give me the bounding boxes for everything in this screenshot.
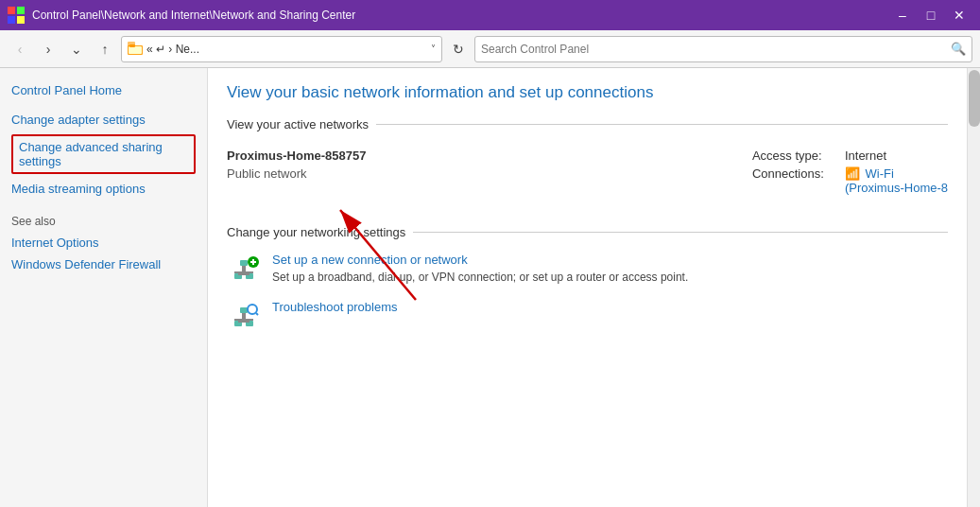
svg-rect-17 (252, 259, 254, 265)
up-button[interactable]: ↑ (93, 37, 117, 61)
wifi-signal-icon: 📶 (845, 166, 860, 181)
network-name: Proximus-Home-858757 (227, 149, 714, 163)
sidebar-media-streaming[interactable]: Media streaming options (11, 182, 196, 196)
app-icon (8, 7, 25, 24)
svg-rect-20 (240, 307, 248, 313)
setup-connection-desc: Set up a broadband, dial-up, or VPN conn… (272, 270, 688, 286)
content-area: View your basic network information and … (208, 68, 967, 507)
svg-rect-22 (238, 321, 249, 323)
refresh-button[interactable]: ↻ (446, 37, 471, 61)
connections-label: Connections: (752, 166, 837, 181)
search-input[interactable] (481, 43, 947, 56)
setup-connection-text: Set up a new connection or network Set u… (272, 253, 688, 286)
svg-rect-3 (17, 16, 25, 24)
sidebar-change-adapter[interactable]: Change adapter settings (11, 113, 196, 127)
close-button[interactable]: ✕ (946, 6, 972, 25)
connections-row: Connections: 📶 Wi-Fi (Proximus-Home-8 (752, 166, 948, 195)
network-info-right: Access type: Internet Connections: 📶 Wi-… (752, 149, 948, 199)
troubleshoot-icon (227, 300, 261, 334)
svg-rect-12 (238, 273, 249, 275)
svg-rect-7 (129, 44, 135, 47)
page-title: View your basic network information and … (227, 83, 948, 102)
troubleshoot-text: Troubleshoot problems (272, 300, 397, 317)
main-layout: Control Panel Home Change adapter settin… (0, 68, 980, 507)
svg-rect-2 (8, 16, 15, 24)
svg-rect-24 (246, 319, 253, 321)
svg-rect-23 (234, 319, 242, 321)
active-networks-header: View your active networks (227, 117, 948, 131)
svg-rect-1 (17, 7, 25, 14)
troubleshoot-item: Troubleshoot problems (227, 300, 948, 334)
sidebar-internet-options[interactable]: Internet Options (11, 236, 196, 250)
address-text: « ↵ › Ne... (146, 43, 427, 56)
maximize-button[interactable]: □ (918, 6, 944, 25)
networking-settings-header: Change your networking settings (227, 225, 948, 239)
search-icon: 🔍 (951, 42, 966, 56)
minimize-button[interactable]: – (889, 6, 916, 25)
back-button[interactable]: ‹ (8, 37, 32, 61)
svg-point-25 (248, 305, 257, 314)
title-bar-buttons: – □ ✕ (889, 6, 972, 25)
search-box[interactable]: 🔍 (474, 36, 972, 62)
scrollbar-track[interactable] (967, 68, 980, 507)
setup-connection-item: Set up a new connection or network Set u… (227, 253, 948, 287)
setup-connection-icon (227, 253, 261, 287)
forward-button[interactable]: › (36, 37, 60, 61)
wifi-link[interactable]: Wi-Fi (866, 166, 894, 181)
address-dropdown-arrow[interactable]: ˅ (431, 44, 436, 54)
svg-rect-0 (8, 7, 15, 14)
address-folder-icon (128, 42, 143, 57)
network-card: Proximus-Home-858757 Public network Acce… (227, 141, 948, 206)
address-box[interactable]: « ↵ › Ne... ˅ (121, 36, 442, 62)
wifi-link-sub[interactable]: (Proximus-Home-8 (845, 181, 948, 195)
sidebar: Control Panel Home Change adapter settin… (0, 68, 208, 507)
access-type-label: Access type: (752, 149, 837, 163)
svg-rect-14 (246, 271, 253, 273)
connections-value: 📶 Wi-Fi (Proximus-Home-8 (845, 166, 948, 195)
settings-section: Change your networking settings (227, 225, 948, 334)
setup-connection-link[interactable]: Set up a new connection or network (272, 253, 688, 267)
access-type-row: Access type: Internet (752, 149, 948, 163)
sidebar-change-advanced-sharing[interactable]: Change advanced sharing settings (11, 134, 196, 174)
svg-rect-6 (129, 46, 142, 54)
recent-locations-button[interactable]: ⌄ (64, 37, 89, 61)
svg-line-26 (256, 313, 258, 315)
svg-rect-11 (242, 266, 246, 273)
svg-rect-13 (234, 271, 242, 273)
address-bar: ‹ › ⌄ ↑ « ↵ › Ne... ˅ ↻ 🔍 (0, 30, 980, 68)
network-type: Public network (227, 166, 714, 181)
title-bar: Control Panel\Network and Internet\Netwo… (0, 0, 980, 30)
title-bar-text: Control Panel\Network and Internet\Netwo… (32, 9, 882, 22)
sidebar-control-panel-home[interactable]: Control Panel Home (11, 83, 196, 97)
sidebar-firewall[interactable]: Windows Defender Firewall (11, 257, 196, 271)
network-info-left: Proximus-Home-858757 Public network (227, 149, 714, 199)
svg-rect-21 (242, 313, 246, 321)
troubleshoot-link[interactable]: Troubleshoot problems (272, 300, 397, 314)
see-also-label: See also (11, 215, 196, 228)
svg-rect-10 (240, 260, 248, 266)
access-type-value: Internet (845, 149, 886, 163)
